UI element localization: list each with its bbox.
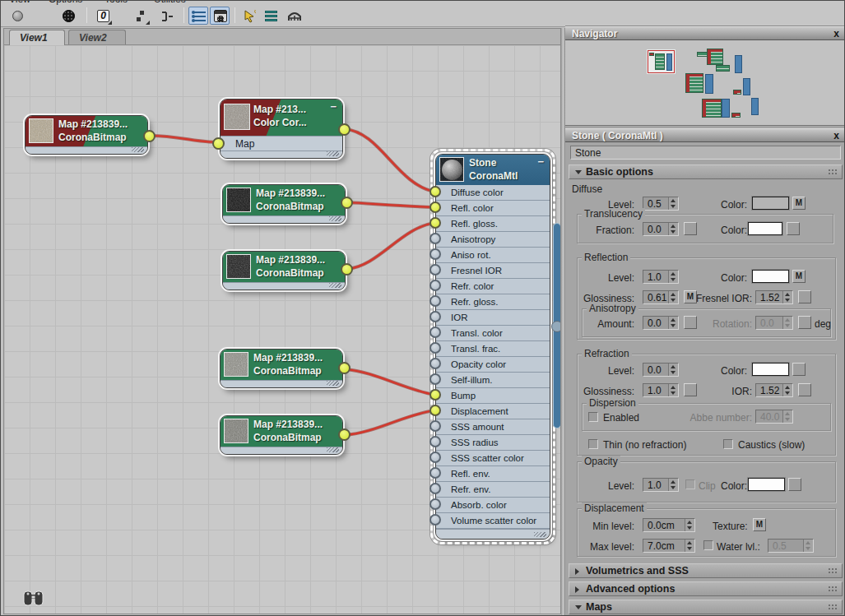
node-graph-canvas[interactable]: Map #213839... CoronaBitmap Map #213... …: [3, 44, 561, 614]
spinner-arrows[interactable]: [782, 384, 792, 396]
input-socket[interactable]: [429, 405, 441, 416]
node-corona-bitmap-4[interactable]: Map #213839... CoronaBitmap: [220, 349, 343, 388]
binoculars-icon[interactable]: [22, 588, 45, 611]
input-socket[interactable]: [429, 311, 441, 322]
rollout-basic-options[interactable]: Basic options: [569, 164, 843, 179]
diffuse-map-button[interactable]: M: [792, 197, 806, 210]
resize-grip[interactable]: [132, 147, 144, 152]
spinner-arrows[interactable]: [668, 197, 678, 210]
fraction-map-button[interactable]: [684, 222, 697, 235]
close-icon[interactable]: x: [833, 28, 839, 39]
opacity-level-spinner[interactable]: 1.0: [643, 478, 679, 492]
input-socket[interactable]: [429, 295, 441, 307]
rollout-grip-icon[interactable]: [828, 586, 837, 593]
fraction-spinner[interactable]: 0.0: [643, 222, 679, 236]
resize-grip[interactable]: [329, 283, 341, 288]
bridge-icon[interactable]: [284, 7, 304, 25]
fresnel-map-button[interactable]: [798, 290, 811, 303]
opacity-map-button[interactable]: [788, 478, 801, 491]
tab-view1[interactable]: View1: [9, 30, 65, 45]
resize-grip[interactable]: [327, 151, 339, 156]
spinner-arrows[interactable]: [668, 317, 678, 329]
ior-map-button[interactable]: [798, 383, 811, 396]
map-input-slot[interactable]: Map: [221, 136, 342, 151]
rotation-map-button[interactable]: [798, 316, 811, 329]
rollout-grip-icon[interactable]: [828, 604, 837, 611]
glossiness-spinner[interactable]: 0.61: [643, 290, 679, 304]
stone-slot-refr-gloss[interactable]: Refr. gloss.: [436, 294, 550, 310]
spinner-arrows[interactable]: [685, 519, 694, 531]
output-socket[interactable]: [143, 130, 156, 142]
checker-map-icon[interactable]: [58, 7, 78, 25]
close-icon[interactable]: x: [833, 130, 839, 141]
amount-spinner[interactable]: 0.0: [643, 316, 679, 330]
zero-toggle-icon[interactable]: 0: [93, 7, 113, 25]
node-color-correct[interactable]: Map #213... Color Cor... − Map: [220, 99, 343, 159]
stone-slot-sss-scatter-color[interactable]: SSS scatter color: [436, 451, 550, 466]
node-corona-bitmap-1[interactable]: Map #213839... CoronaBitmap: [25, 115, 148, 155]
input-socket[interactable]: [212, 137, 225, 150]
material-sphere-icon[interactable]: [7, 7, 27, 25]
diffuse-color-swatch[interactable]: [752, 197, 789, 210]
material-name-field[interactable]: Stone: [570, 146, 841, 160]
node-stone-coronamtl[interactable]: Stone CoronaMtl − Diffuse colorRefl. col…: [435, 154, 550, 540]
parameter-list-icon[interactable]: [188, 7, 208, 25]
ior-spinner[interactable]: 1.52: [755, 383, 793, 397]
rollout-grip-icon[interactable]: [828, 567, 837, 575]
resize-grip[interactable]: [327, 447, 339, 452]
stone-slot-refr-env[interactable]: Refr. env.: [436, 482, 550, 498]
translucency-map-button[interactable]: [787, 222, 800, 235]
stone-slot-refl-gloss[interactable]: Refl. gloss.: [436, 216, 550, 232]
reflection-map-button[interactable]: M: [792, 270, 806, 283]
output-socket[interactable]: [338, 428, 351, 441]
stone-slot-refr-color[interactable]: Refr. color: [436, 279, 550, 294]
spinner-arrows[interactable]: [668, 479, 678, 491]
rollout-volumetrics[interactable]: Volumetrics and SSS: [569, 563, 843, 578]
output-socket[interactable]: [341, 197, 353, 209]
spinner-arrows[interactable]: [668, 223, 678, 235]
pick-material-cursor-icon[interactable]: [239, 7, 259, 25]
input-socket[interactable]: [429, 389, 441, 401]
input-socket[interactable]: [429, 498, 441, 510]
output-socket[interactable]: [338, 362, 351, 374]
stone-slot-refl-env[interactable]: Refl. env.: [436, 466, 550, 482]
stone-slot-anisotropy[interactable]: Anisotropy: [436, 232, 550, 248]
clip-checkbox[interactable]: [685, 479, 695, 489]
preview-window-icon[interactable]: [210, 7, 230, 25]
enabled-checkbox[interactable]: [588, 412, 598, 422]
input-socket[interactable]: [429, 514, 441, 526]
stone-slot-volume-scatter-color[interactable]: Volume scatter color: [436, 513, 550, 529]
input-socket[interactable]: [429, 217, 441, 229]
navigator-minimap[interactable]: [565, 40, 845, 126]
node-corona-bitmap-2[interactable]: Map #213839... CoronaBitmap: [222, 184, 346, 224]
input-socket[interactable]: [429, 436, 441, 447]
layout-dots-icon[interactable]: [131, 7, 151, 25]
refraction-map-button[interactable]: [792, 363, 806, 376]
stone-slot-refl-color[interactable]: Refl. color: [436, 201, 550, 216]
rollout-advanced-options[interactable]: Advanced options: [569, 581, 843, 596]
input-socket[interactable]: [429, 452, 441, 463]
tab-view2[interactable]: View2: [68, 30, 126, 45]
reflection-level-spinner[interactable]: 1.0: [643, 270, 679, 284]
input-socket[interactable]: [429, 201, 441, 213]
abbe-number-spinner[interactable]: 40.0: [755, 410, 793, 424]
resize-grip[interactable]: [534, 532, 546, 537]
refraction-glossiness-map-button[interactable]: [684, 383, 697, 396]
resize-grip[interactable]: [327, 381, 339, 386]
caustics-checkbox[interactable]: [723, 439, 733, 449]
spinner-arrows[interactable]: [668, 384, 678, 396]
input-socket[interactable]: [429, 264, 441, 276]
stone-slot-diffuse-color[interactable]: Diffuse color: [436, 185, 550, 201]
spinner-arrows[interactable]: [782, 291, 792, 303]
node-corona-bitmap-5[interactable]: Map #213839... CoronaBitmap: [220, 415, 343, 455]
input-socket[interactable]: [429, 186, 441, 197]
node-scrollbar[interactable]: [553, 223, 561, 428]
stone-slot-fresnel-ior[interactable]: Fresnel IOR: [436, 263, 550, 279]
refraction-glossiness-spinner[interactable]: 1.0: [643, 383, 679, 397]
stone-slot-aniso-rot[interactable]: Aniso rot.: [436, 248, 550, 263]
node-corona-bitmap-3[interactable]: Map #213839... CoronaBitmap: [222, 251, 346, 290]
rollout-grip-icon[interactable]: [828, 169, 837, 176]
input-socket[interactable]: [429, 467, 441, 479]
opacity-color-swatch[interactable]: [748, 478, 785, 491]
stone-slot-transl-frac[interactable]: Transl. frac.: [436, 341, 550, 357]
